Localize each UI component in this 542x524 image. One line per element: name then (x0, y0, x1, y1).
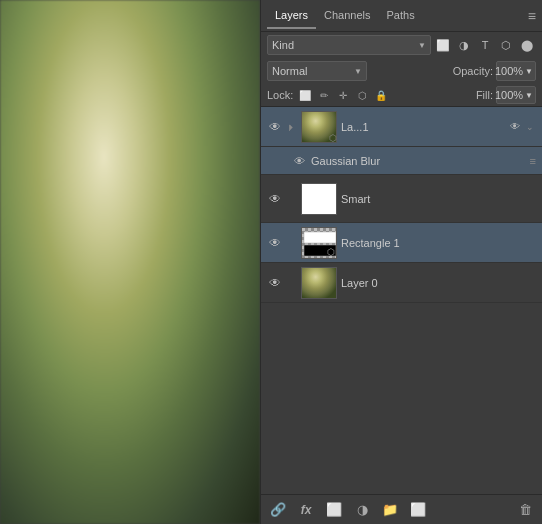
filter-smart-icon[interactable]: ⬤ (518, 36, 536, 54)
layer-1-eye-badge: 👁 (508, 120, 522, 134)
layer-3-thumb-wrap: ⬡ (301, 227, 337, 259)
layer-item-0[interactable]: 👁 ⏵ Layer 0 (261, 263, 542, 303)
opacity-arrow: ▼ (525, 67, 533, 76)
add-layer-style-icon[interactable]: fx (297, 501, 315, 519)
mode-label: Normal (272, 65, 354, 77)
kind-select[interactable]: Kind ▼ (267, 35, 431, 55)
layer-0-thumb-wrap (301, 267, 337, 299)
opacity-label: Opacity: (453, 65, 493, 77)
new-layer-icon[interactable]: ⬜ (409, 501, 427, 519)
mode-dropdown-arrow: ▼ (354, 67, 362, 76)
lock-all-icon[interactable]: 🔒 (373, 87, 389, 103)
layer-0-thumb-image (302, 268, 336, 298)
opacity-group: Opacity: 100% ▼ (453, 61, 536, 81)
fill-label: Fill: (476, 89, 493, 101)
filter-shape-icon[interactable]: ⬡ (497, 36, 515, 54)
delete-layer-icon[interactable]: 🗑 (516, 501, 534, 519)
layer-1-expand[interactable]: ⏵ (287, 122, 297, 132)
layer-0-info: Layer 0 (341, 277, 536, 289)
filter-adjustment-icon[interactable]: ◑ (455, 36, 473, 54)
bottom-toolbar: 🔗 fx ⬜ ◑ 📁 ⬜ 🗑 (261, 494, 542, 524)
layer-0-name: Layer 0 (341, 277, 536, 289)
layer-2-thumb-image (302, 184, 336, 214)
layer-3-thumb: ⬡ (301, 227, 337, 259)
gaussian-blur-settings-icon[interactable]: ≡ (530, 155, 536, 167)
layer-2-thumb-wrap (301, 183, 337, 215)
filter-pixel-icon[interactable]: ⬜ (434, 36, 452, 54)
lock-artboard-icon[interactable]: ⬡ (354, 87, 370, 103)
layer-1-thumb-wrap: ⬡ (301, 111, 337, 143)
kind-label: Kind (272, 39, 418, 51)
layers-panel: Layers Channels Paths ≡ Kind ▼ ⬜ ◑ T ⬡ ⬤… (260, 0, 542, 524)
gaussian-blur-name: Gaussian Blur (311, 155, 526, 167)
canvas-area (0, 0, 260, 524)
link-layers-icon[interactable]: 🔗 (269, 501, 287, 519)
layer-3-info: Rectangle 1 (341, 237, 536, 249)
filter-type-icon[interactable]: T (476, 36, 494, 54)
svg-rect-5 (304, 232, 336, 243)
tab-channels[interactable]: Channels (316, 3, 378, 29)
layer-item-mask[interactable]: 👁 ⏵ Smart (261, 175, 542, 223)
layer-2-info: Smart (341, 193, 536, 205)
layer-2-thumb (301, 183, 337, 215)
layer-0-visibility[interactable]: 👁 (267, 275, 283, 291)
lock-fill-row: Lock: ⬜ ✏ ✛ ⬡ 🔒 Fill: 100% ▼ (261, 84, 542, 106)
fill-input[interactable]: 100% ▼ (496, 86, 536, 104)
tab-paths[interactable]: Paths (379, 3, 423, 29)
sub-layer-gaussian-blur[interactable]: 👁 Gaussian Blur ≡ (261, 147, 542, 175)
mode-opacity-row: Normal ▼ Opacity: 100% ▼ (261, 58, 542, 84)
layers-list: 👁 ⏵ ⬡ La...1 👁 ⌄ 👁 Gaussian Blur ≡ 👁 ⏵ (261, 107, 542, 494)
layer-1-visibility[interactable]: 👁 (267, 119, 283, 135)
layer-1-smart-badge: ⬡ (329, 133, 337, 143)
kind-dropdown-arrow: ▼ (418, 41, 426, 50)
panel-menu-icon[interactable]: ≡ (528, 8, 536, 24)
new-group-icon[interactable]: 📁 (381, 501, 399, 519)
mode-select[interactable]: Normal ▼ (267, 61, 367, 81)
fill-group: Fill: 100% ▼ (476, 86, 536, 104)
tab-layers[interactable]: Layers (267, 3, 316, 29)
layer-item-rect[interactable]: 👁 ⏵ (261, 223, 542, 263)
layer-0-thumb (301, 267, 337, 299)
lock-label: Lock: (267, 89, 293, 101)
gaussian-blur-visibility[interactable]: 👁 (291, 153, 307, 169)
fill-value: 100% (495, 89, 523, 101)
layer-3-visibility[interactable]: 👁 (267, 235, 283, 251)
fill-arrow: ▼ (525, 91, 533, 100)
layer-3-badge: ⬡ (327, 247, 335, 257)
layer-item-smart[interactable]: 👁 ⏵ ⬡ La...1 👁 ⌄ (261, 107, 542, 147)
canvas-image (0, 0, 260, 524)
panel-tabs: Layers Channels Paths ≡ (261, 0, 542, 32)
add-adjustment-icon[interactable]: ◑ (353, 501, 371, 519)
layer-2-name: Smart (341, 193, 536, 205)
opacity-value: 100% (495, 65, 523, 77)
layer-1-info: La...1 (341, 121, 504, 133)
layer-3-name: Rectangle 1 (341, 237, 536, 249)
kind-row: Kind ▼ ⬜ ◑ T ⬡ ⬤ (261, 32, 542, 58)
add-mask-icon[interactable]: ⬜ (325, 501, 343, 519)
layer-1-name: La...1 (341, 121, 504, 133)
layer-1-expand-right[interactable]: ⌄ (526, 122, 536, 132)
layer-2-visibility[interactable]: 👁 (267, 191, 283, 207)
lock-image-icon[interactable]: ✏ (316, 87, 332, 103)
lock-icons: ⬜ ✏ ✛ ⬡ 🔒 (297, 87, 389, 103)
opacity-input[interactable]: 100% ▼ (496, 61, 536, 81)
lock-transparent-icon[interactable]: ⬜ (297, 87, 313, 103)
lock-position-icon[interactable]: ✛ (335, 87, 351, 103)
